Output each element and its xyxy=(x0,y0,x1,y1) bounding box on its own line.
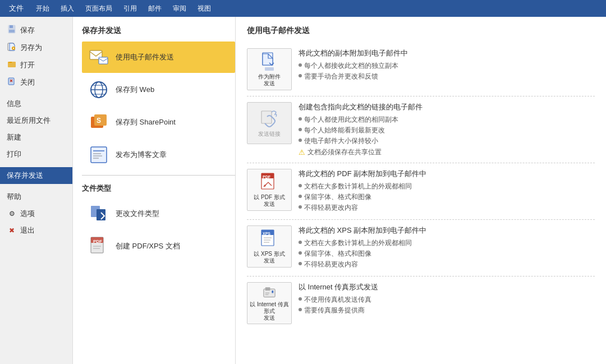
menu-insert[interactable]: 插入 xyxy=(55,0,80,17)
sidebar-close-label: 关闭 xyxy=(20,77,35,87)
sidebar-item-help[interactable]: 帮助 xyxy=(0,188,72,205)
bullet-dot xyxy=(299,308,302,311)
middle-item-blog[interactable]: 发布为博客文章 xyxy=(82,139,235,171)
bullet-dot xyxy=(299,63,302,67)
sidebar-info-label: 信息 xyxy=(7,99,21,109)
bullet-dot xyxy=(299,251,302,255)
email-option-attachment: 作为附件发送 将此文档的副本附加到电子邮件中 每个人都接收此文档的独立副本 需要… xyxy=(247,43,595,96)
pdf-button[interactable]: PDF 以 PDF 形式发送 xyxy=(247,169,292,211)
bullet-dot xyxy=(299,117,302,121)
link-bullet-1: 每个人都使用此文档的相同副本 xyxy=(299,115,595,125)
sidebar-item-info[interactable]: 信息 xyxy=(0,95,72,112)
sidebar-exit-label: 退出 xyxy=(20,225,35,236)
exit-icon: ✖ xyxy=(7,227,17,234)
bullet-dot xyxy=(299,195,302,198)
svg-rect-33 xyxy=(261,111,272,123)
xps-desc-title: 将此文档的 XPS 副本附加到电子邮件中 xyxy=(299,225,595,236)
middle-changetype-label: 更改文件类型 xyxy=(116,209,159,219)
middle-createpdf-label: 创建 PDF/XPS 文档 xyxy=(116,241,180,251)
email-option-fax: 以 Internet 传真形式发送 以 Internet 传真形式发送 不使用传… xyxy=(247,277,595,330)
sidebar-options-label: 选项 xyxy=(20,209,35,219)
section1-title: 保存并发送 xyxy=(82,26,235,36)
middle-panel: 保存并发送 使用电子邮件发送 xyxy=(73,17,236,364)
menu-view[interactable]: 视图 xyxy=(192,0,217,17)
sidebar-new-label: 新建 xyxy=(7,132,21,142)
attachment-button[interactable]: 作为附件发送 xyxy=(247,48,292,90)
divider1 xyxy=(82,175,235,176)
menu-file-button[interactable]: 文件 xyxy=(2,0,30,17)
bullet-dot xyxy=(299,241,302,244)
link-desc: 创建包含指向此文档的链接的电子邮件 每个人都使用此文档的相同副本 每个人始终能看… xyxy=(299,102,595,157)
fax-button[interactable]: 以 Internet 传真形式发送 xyxy=(247,282,292,324)
save-icon xyxy=(7,25,17,35)
svg-text:XPS: XPS xyxy=(263,232,270,236)
svg-rect-1 xyxy=(10,25,13,28)
middle-item-createpdf[interactable]: PDF 创建 PDF/XPS 文档 xyxy=(82,231,235,262)
right-title: 使用电子邮件发送 xyxy=(247,26,595,36)
section2-title: 文件类型 xyxy=(82,183,235,193)
menu-mail[interactable]: 邮件 xyxy=(143,0,167,17)
attachment-bullet-2-text: 需要手动合并更改和反馈 xyxy=(304,72,378,81)
pdf-bullet-2-text: 保留字体、格式和图像 xyxy=(304,192,371,202)
attachment-bullet-1: 每个人都接收此文档的独立副本 xyxy=(299,61,595,71)
attachment-desc: 将此文档的副本附加到电子邮件中 每个人都接收此文档的独立副本 需要手动合并更改和… xyxy=(299,48,595,82)
xps-bullet-2: 保留字体、格式和图像 xyxy=(299,249,595,259)
email-icon xyxy=(88,46,110,68)
sidebar-help-label: 帮助 xyxy=(7,192,21,202)
fax-desc: 以 Internet 传真形式发送 不使用传真机发送传真 需要传真服务提供商 xyxy=(299,282,595,316)
middle-item-web[interactable]: 保存到 Web xyxy=(82,74,235,105)
sidebar-item-savesend[interactable]: 保存并发送 xyxy=(0,167,72,184)
xps-bullet-1: 文档在大多数计算机上的外观都相同 xyxy=(299,238,595,248)
sidebar-open-label: 打开 xyxy=(20,60,35,70)
middle-item-sharepoint[interactable]: S 保存到 SharePoint xyxy=(82,107,235,138)
svg-rect-10 xyxy=(99,57,108,64)
xps-bullet-3: 不得轻易更改内容 xyxy=(299,260,595,269)
bullet-dot xyxy=(299,297,302,301)
sidebar-item-print[interactable]: 打印 xyxy=(0,146,72,163)
sidebar-item-exit[interactable]: ✖ 退出 xyxy=(0,222,72,239)
email-option-pdf: PDF 以 PDF 形式发送 将此文档的 PDF 副本附加到电子邮件中 文档在大… xyxy=(247,163,595,220)
link-warning: ⚠ 文档必须保存在共享位置 xyxy=(299,148,595,157)
menu-bar: 文件 开始 插入 页面布局 引用 邮件 审阅 视图 xyxy=(0,0,606,17)
svg-text:S: S xyxy=(97,117,101,125)
pdf-desc: 将此文档的 PDF 副本附加到电子邮件中 文档在大多数计算机上的外观都相同 保留… xyxy=(299,169,595,214)
web-icon xyxy=(88,79,110,101)
fax-icon-label: 以 Internet 传真形式发送 xyxy=(250,301,289,321)
sidebar-item-new[interactable]: 新建 xyxy=(0,129,72,146)
menu-review[interactable]: 审阅 xyxy=(167,0,192,17)
svg-rect-2 xyxy=(9,30,15,33)
sidebar-item-recent[interactable]: 最近所用文件 xyxy=(0,112,72,129)
attachment-icon-label: 作为附件发送 xyxy=(258,73,281,87)
middle-item-email[interactable]: 使用电子邮件发送 xyxy=(82,42,235,73)
sidebar-item-save[interactable]: 保存 xyxy=(0,21,72,39)
sidebar-savesend-label: 保存并发送 xyxy=(7,171,43,181)
sidebar-recent-label: 最近所用文件 xyxy=(7,116,50,126)
sidebar-item-close[interactable]: 关闭 xyxy=(0,73,72,91)
bullet-dot xyxy=(299,74,302,77)
svg-rect-19 xyxy=(91,147,107,163)
bullet-dot xyxy=(299,262,302,265)
menu-references[interactable]: 引用 xyxy=(118,0,143,17)
link-button[interactable]: 发送链接 xyxy=(247,102,292,144)
sidebar: 保存 另存为 打开 关闭 信息 最近所用文 xyxy=(0,17,73,364)
sidebar-item-options[interactable]: ⚙ 选项 xyxy=(0,205,72,222)
link-warning-text: 文档必须保存在共享位置 xyxy=(307,148,382,157)
sidebar-item-open[interactable]: 打开 xyxy=(0,56,72,73)
menu-layout[interactable]: 页面布局 xyxy=(80,0,118,17)
fax-bullet-1-text: 不使用传真机发送传真 xyxy=(304,295,371,305)
svg-text:PDF: PDF xyxy=(93,239,102,244)
middle-item-changetype[interactable]: 更改文件类型 xyxy=(82,198,235,229)
bullet-dot xyxy=(299,205,302,209)
sidebar-item-saveas[interactable]: 另存为 xyxy=(0,39,72,56)
bullet-dot xyxy=(299,139,302,142)
pdf-bullet-3-text: 不得轻易更改内容 xyxy=(304,203,358,213)
link-bullet-3: 使电子邮件大小保持较小 xyxy=(299,136,595,146)
middle-sharepoint-label: 保存到 SharePoint xyxy=(116,117,176,127)
attachment-bullet-2: 需要手动合并更改和反馈 xyxy=(299,72,595,81)
link-bullet-2: 每个人始终能看到最新更改 xyxy=(299,126,595,135)
menu-start[interactable]: 开始 xyxy=(30,0,55,17)
fax-bullet-1: 不使用传真机发送传真 xyxy=(299,295,595,305)
xps-button[interactable]: XPS 以 XPS 形式发送 xyxy=(247,225,292,268)
pdf-bullet-2: 保留字体、格式和图像 xyxy=(299,192,595,202)
fax-bullet-2-text: 需要传真服务提供商 xyxy=(304,306,365,315)
